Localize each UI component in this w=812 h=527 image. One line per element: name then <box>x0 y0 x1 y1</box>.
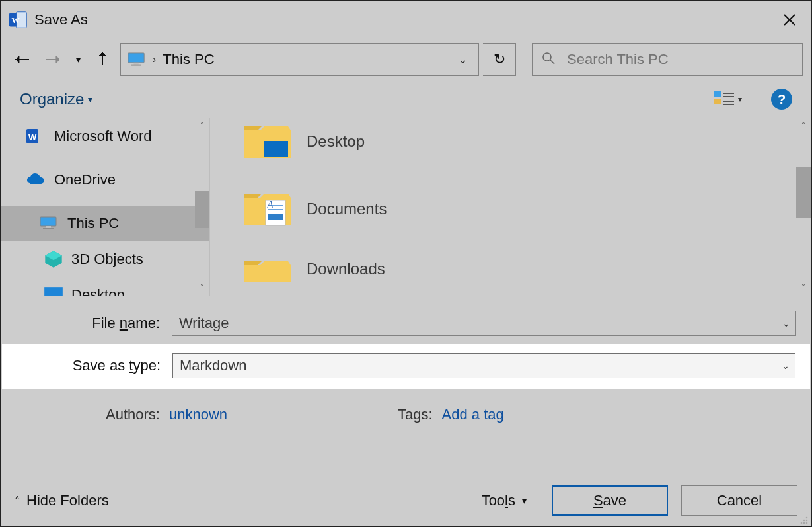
file-name-value: Writage <box>179 315 229 332</box>
content-scrollbar-thumb[interactable] <box>796 167 811 218</box>
folder-downloads-icon <box>242 256 293 282</box>
tools-menu[interactable]: Tools ▾ <box>482 492 527 509</box>
word-icon: W <box>26 128 46 145</box>
refresh-button[interactable]: ↻ <box>483 43 516 76</box>
dialog-title: Save As <box>34 11 776 28</box>
navigation-row: 🠐 🠒 ▾ 🠑 › This PC ⌄ ↻ <box>1 38 811 81</box>
address-bar[interactable]: › This PC ⌄ <box>120 43 479 76</box>
chevron-up-icon: ˄ <box>801 121 805 130</box>
forward-button[interactable]: 🠒 <box>40 46 66 73</box>
folder-desktop-icon <box>242 121 293 162</box>
chevron-down-icon: ˅ <box>200 284 204 293</box>
hide-folders-button[interactable]: ˄ Hide Folders <box>15 492 109 509</box>
save-as-type-row: Save as type: Markdown ⌄ <box>2 344 810 389</box>
tree-scroll-up[interactable]: ˄ <box>195 118 209 133</box>
title-bar: W Save As <box>1 1 811 38</box>
svg-rect-18 <box>40 217 56 226</box>
file-name-row: File name: Writage ⌄ <box>9 308 803 339</box>
tree-item-label: 3D Objects <box>71 251 143 268</box>
tree-item-3d-objects[interactable]: 3D Objects <box>1 241 209 277</box>
content-scroll-up[interactable]: ˄ <box>796 118 811 133</box>
organize-menu[interactable]: Organize ▾ <box>20 90 92 108</box>
this-pc-icon <box>128 52 146 67</box>
folder-documents[interactable]: A Documents <box>210 182 811 249</box>
save-as-type-value: Markdown <box>180 357 246 374</box>
view-options-icon <box>714 90 734 109</box>
svg-point-36 <box>806 522 808 524</box>
svg-text:A: A <box>266 199 274 210</box>
svg-rect-19 <box>46 226 51 228</box>
address-dropdown[interactable]: ⌄ <box>451 52 474 67</box>
breadcrumb-separator-icon: › <box>153 54 156 65</box>
close-button[interactable] <box>776 7 803 33</box>
svg-point-33 <box>806 520 808 522</box>
cancel-button[interactable]: Cancel <box>681 485 797 516</box>
svg-point-32 <box>803 520 805 522</box>
search-input[interactable] <box>566 50 793 69</box>
chevron-down-icon: ⌄ <box>458 53 468 66</box>
organize-label: Organize <box>20 90 84 108</box>
resize-grip-icon[interactable] <box>797 512 808 523</box>
tree-scroll-down[interactable]: ˅ <box>195 281 209 296</box>
svg-rect-5 <box>128 53 144 63</box>
tree-item-onedrive[interactable]: OneDrive <box>1 162 209 198</box>
tree-scrollbar-thumb[interactable] <box>195 191 209 228</box>
breadcrumb-this-pc[interactable]: This PC <box>163 51 214 68</box>
arrow-up-icon: 🠑 <box>95 50 111 69</box>
3d-objects-icon <box>44 251 63 268</box>
folder-label: Documents <box>307 200 387 218</box>
tree-item-desktop[interactable]: Desktop <box>1 277 209 296</box>
chevron-up-icon: ˄ <box>15 495 20 507</box>
bottom-bar: ˄ Hide Folders Tools ▾ Save Cancel <box>1 475 811 526</box>
desktop-icon <box>44 286 63 296</box>
hide-folders-label: Hide Folders <box>26 492 109 509</box>
svg-rect-24 <box>264 141 288 157</box>
form-area: File name: Writage ⌄ Save as type: Markd… <box>1 296 811 475</box>
caret-down-icon: ▾ <box>738 95 742 104</box>
svg-rect-20 <box>43 228 54 229</box>
content-scroll-down[interactable]: ˅ <box>796 281 811 296</box>
tree-item-label: Microsoft Word <box>54 128 152 145</box>
history-dropdown[interactable]: ▾ <box>70 46 86 73</box>
up-button[interactable]: 🠑 <box>90 46 116 73</box>
folder-label: Desktop <box>307 132 365 151</box>
save-label: Save <box>593 492 626 509</box>
save-as-type-combobox[interactable]: Markdown ⌄ <box>172 353 795 378</box>
tree-item-microsoft-word[interactable]: W Microsoft Word <box>1 118 209 154</box>
file-name-combobox[interactable]: Writage ⌄ <box>172 311 796 336</box>
save-button[interactable]: Save <box>552 485 668 516</box>
search-icon <box>542 52 555 68</box>
chevron-down-icon[interactable]: ⌄ <box>782 318 790 329</box>
tree-item-this-pc[interactable]: This PC <box>1 206 209 241</box>
svg-point-8 <box>543 53 551 61</box>
svg-point-31 <box>806 517 808 519</box>
tools-label: Tools <box>482 492 515 509</box>
tags-value[interactable]: Add a tag <box>442 406 504 423</box>
svg-rect-28 <box>268 214 283 220</box>
chevron-up-icon: ˄ <box>200 121 204 130</box>
folder-documents-icon: A <box>242 188 293 229</box>
folder-content: ˄ Desktop A Documents Downloads ˅ <box>210 118 811 296</box>
svg-text:W: W <box>12 16 20 25</box>
refresh-icon: ↻ <box>494 51 505 68</box>
authors-value[interactable]: unknown <box>169 406 227 423</box>
chevron-down-icon: ˅ <box>801 284 805 293</box>
caret-down-icon: ▾ <box>522 495 527 506</box>
folder-desktop[interactable]: Desktop <box>210 118 811 182</box>
svg-rect-11 <box>714 99 721 104</box>
cancel-label: Cancel <box>717 492 762 509</box>
svg-line-9 <box>550 60 554 64</box>
save-as-type-label: Save as type: <box>10 357 166 374</box>
file-name-label: File name: <box>9 315 165 332</box>
help-button[interactable]: ? <box>771 89 792 110</box>
view-options-button[interactable]: ▾ <box>710 87 746 112</box>
svg-rect-10 <box>714 91 721 97</box>
tree-item-label: Desktop <box>71 286 125 296</box>
back-button[interactable]: 🠐 <box>9 46 36 73</box>
folder-label: Downloads <box>307 260 385 278</box>
arrow-left-icon: 🠐 <box>15 50 30 69</box>
folder-downloads[interactable]: Downloads <box>210 249 811 282</box>
search-box[interactable] <box>532 43 803 76</box>
chevron-down-icon[interactable]: ⌄ <box>782 360 790 371</box>
tags-label: Tags: <box>398 406 433 423</box>
